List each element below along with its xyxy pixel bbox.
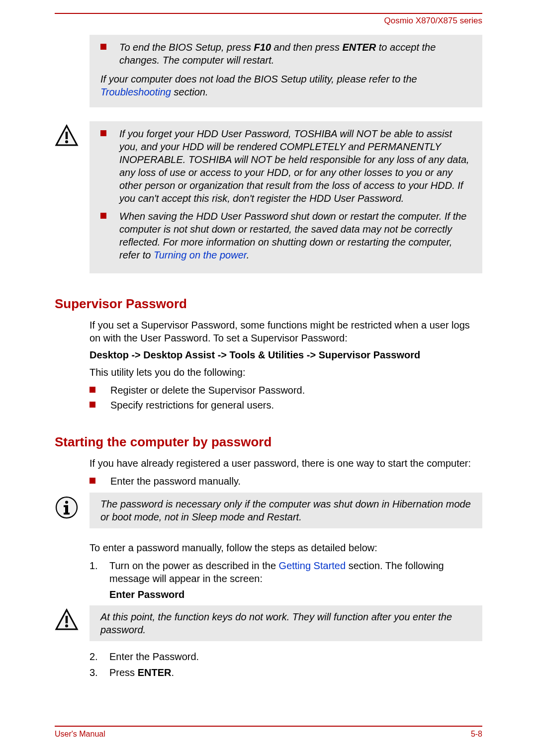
list-item: Specify restrictions for general users.: [90, 399, 482, 412]
bullet-square-icon: [100, 130, 106, 136]
text: and then press: [271, 42, 342, 53]
text: section.: [171, 86, 208, 97]
svg-point-2: [65, 140, 68, 143]
text: Turn on the power as described in the: [109, 560, 279, 571]
info-section: The password is necessary only if the co…: [55, 493, 482, 528]
starting-computer-heading: Starting the computer by password: [55, 434, 482, 450]
text: .: [247, 250, 250, 260]
bios-follow-text: If your computer does not load the BIOS …: [100, 73, 471, 98]
starting-p2: To enter a password manually, follow the…: [90, 541, 482, 554]
key-enter: ENTER: [342, 42, 376, 53]
step-number: 2.: [90, 650, 109, 663]
bullet-square-icon: [100, 44, 106, 50]
bios-bullet-text: To end the BIOS Setup, press F10 and the…: [119, 41, 471, 67]
bullet-square-icon: [90, 402, 95, 408]
enter-password-label: Enter Password: [109, 589, 482, 600]
svg-rect-9: [66, 616, 68, 623]
text: If your computer does not load the BIOS …: [100, 74, 417, 84]
bios-bullet: To end the BIOS Setup, press F10 and the…: [100, 41, 471, 67]
step-3: 3. Press ENTER.: [90, 666, 482, 679]
function-keys-warning-box: At this point, the function keys do not …: [90, 605, 482, 641]
warning-triangle-icon: [55, 124, 79, 148]
getting-started-link[interactable]: Getting Started: [279, 560, 346, 571]
footer: User's Manual 5-8: [55, 726, 482, 739]
text: Press: [109, 667, 138, 678]
step-text: Press ENTER.: [109, 666, 174, 679]
supervisor-p1: If you set a Supervisor Password, some f…: [90, 319, 482, 344]
step-1: 1. Turn on the power as described in the…: [90, 559, 482, 585]
bullet-square-icon: [100, 213, 106, 219]
footer-page-number: 5-8: [471, 730, 482, 739]
warn-bullet-2: When saving the HDD User Password shut d…: [100, 210, 471, 261]
warn-text-2: When saving the HDD User Password shut d…: [119, 210, 471, 261]
supervisor-p2: This utility lets you do the following:: [90, 366, 482, 379]
svg-rect-1: [66, 132, 68, 139]
password-info-box: The password is necessary only if the co…: [90, 493, 482, 528]
key-enter: ENTER: [138, 667, 172, 678]
step-number: 1.: [90, 559, 109, 585]
warn2-section: At this point, the function keys do not …: [55, 605, 482, 641]
text: .: [171, 667, 174, 678]
step-text: Turn on the power as described in the Ge…: [109, 559, 482, 585]
info-icon: [55, 496, 79, 519]
warning-icon-cell: [55, 121, 90, 273]
warn-bullet-1: If you forget your HDD User Password, TO…: [100, 127, 471, 205]
supervisor-list: Register or delete the Supervisor Passwo…: [90, 384, 482, 412]
turning-on-power-link[interactable]: Turning on the power: [154, 250, 247, 260]
list-item: Register or delete the Supervisor Passwo…: [90, 384, 482, 397]
troubleshooting-link[interactable]: Troubleshooting: [100, 86, 171, 97]
warning-triangle-icon: [55, 608, 79, 632]
svg-point-4: [65, 501, 68, 504]
hdd-warning-box: If you forget your HDD User Password, TO…: [90, 121, 482, 273]
header-rule: [55, 13, 482, 14]
list-item: Enter the password manually.: [90, 475, 482, 488]
bios-note-box: To end the BIOS Setup, press F10 and the…: [90, 35, 482, 107]
bullet-square-icon: [90, 478, 95, 484]
svg-point-10: [65, 624, 68, 627]
key-f10: F10: [254, 42, 271, 53]
starting-list: Enter the password manually.: [90, 475, 482, 488]
svg-rect-6: [64, 505, 68, 507]
list-text: Register or delete the Supervisor Passwo…: [110, 384, 305, 397]
svg-rect-7: [64, 513, 70, 515]
step-number: 3.: [90, 666, 109, 679]
list-text: Enter the password manually.: [110, 475, 241, 488]
warning-section: If you forget your HDD User Password, TO…: [55, 121, 482, 273]
supervisor-password-heading: Supervisor Password: [55, 296, 482, 312]
step-2: 2. Enter the Password.: [90, 650, 482, 663]
list-text: Specify restrictions for general users.: [110, 399, 274, 412]
starting-p1: If you have already registered a user pa…: [90, 457, 482, 470]
step-text: Enter the Password.: [109, 650, 199, 663]
footer-left: User's Manual: [55, 730, 105, 739]
supervisor-path: Desktop -> Desktop Assist -> Tools & Uti…: [90, 349, 482, 361]
warn-text-1: If you forget your HDD User Password, TO…: [119, 127, 471, 205]
text: To end the BIOS Setup, press: [119, 42, 254, 53]
bullet-square-icon: [90, 387, 95, 393]
info-icon-cell: [55, 493, 90, 528]
page: Qosmio X870/X875 series To end the BIOS …: [0, 0, 537, 699]
header-product: Qosmio X870/X875 series: [55, 16, 482, 26]
warn2-icon-cell: [55, 605, 90, 641]
